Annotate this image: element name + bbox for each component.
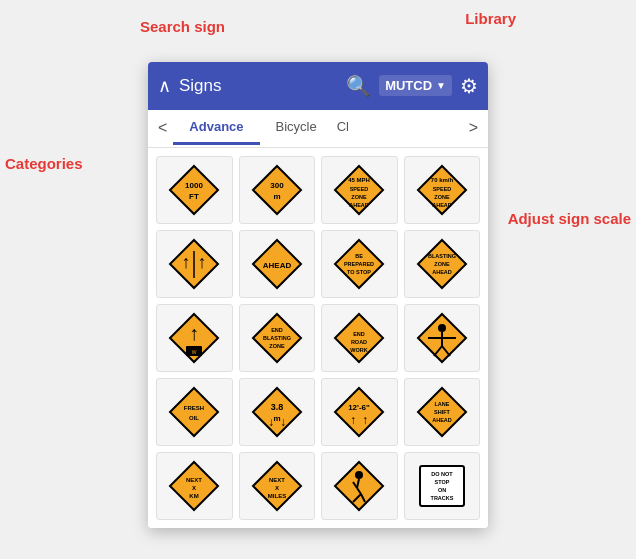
search-icon[interactable]: 🔍	[346, 74, 371, 98]
sign-svg-45mph: 45 MPH SPEED ZONE AHEAD	[331, 162, 387, 218]
annotation-adjust-scale: Adjust sign scale	[508, 210, 631, 227]
sign-1000ft[interactable]: 1000 FT	[156, 156, 233, 224]
svg-text:NEXT: NEXT	[269, 477, 285, 483]
svg-text:OIL: OIL	[189, 415, 199, 421]
sign-svg-next-x-miles: NEXT X MILES	[249, 458, 305, 514]
svg-text:SPEED: SPEED	[350, 186, 369, 192]
svg-text:ZONE: ZONE	[434, 194, 450, 200]
sign-pedestrian[interactable]	[321, 452, 398, 520]
sign-3-8m[interactable]: 3.8 m ↓ ↓	[239, 378, 316, 446]
sign-person-arms[interactable]	[404, 304, 481, 372]
signs-grid: 1000 FT 300 m 45 MPH SPEED ZONE AHEAD	[148, 148, 488, 528]
sign-svg-end-blasting: END BLASTING ZONE	[249, 310, 305, 366]
chevron-down-icon: ▼	[436, 80, 446, 91]
sign-next-x-miles[interactable]: NEXT X MILES	[239, 452, 316, 520]
sign-svg-arrow-worker: ↑ W	[166, 310, 222, 366]
svg-text:DO NOT: DO NOT	[431, 471, 453, 477]
tabs-row: < Advance Bicycle Cl >	[148, 110, 488, 148]
annotation-categories: Categories	[5, 155, 83, 172]
sign-svg-end-road-work: END ROAD WORK	[331, 310, 387, 366]
tab-next-button[interactable]: >	[463, 115, 484, 141]
sign-300m[interactable]: 300 m	[239, 156, 316, 224]
svg-text:PREPARED: PREPARED	[344, 261, 374, 267]
sign-arrow-up-worker[interactable]: ↑ W	[156, 304, 233, 372]
sign-svg-be-prepared: BE PREPARED TO STOP	[331, 236, 387, 292]
svg-marker-56	[335, 388, 383, 436]
svg-text:LANE: LANE	[434, 401, 449, 407]
sign-lane-shift[interactable]: LANE SHIFT AHEAD	[404, 378, 481, 446]
svg-text:TRACKS: TRACKS	[430, 495, 453, 501]
sign-svg-1000ft: 1000 FT	[166, 162, 222, 218]
tab-advance[interactable]: Advance	[173, 111, 259, 145]
sign-12ft6in[interactable]: 12'-6" ↑ ↑	[321, 378, 398, 446]
sign-svg-ahead: AHEAD	[249, 236, 305, 292]
sign-blasting-zone[interactable]: BLASTING ZONE AHEAD	[404, 230, 481, 298]
sign-end-blasting[interactable]: END BLASTING ZONE	[239, 304, 316, 372]
svg-text:SHIFT: SHIFT	[434, 409, 451, 415]
collapse-button[interactable]: ∧	[158, 75, 171, 97]
sign-45mph[interactable]: 45 MPH SPEED ZONE AHEAD	[321, 156, 398, 224]
svg-text:70 km/h: 70 km/h	[431, 177, 454, 183]
svg-text:X: X	[275, 485, 279, 491]
svg-text:TO STOP: TO STOP	[347, 269, 371, 275]
sign-be-prepared[interactable]: BE PREPARED TO STOP	[321, 230, 398, 298]
svg-text:END: END	[353, 331, 365, 337]
tab-bicycle[interactable]: Bicycle	[260, 111, 333, 145]
svg-text:STOP: STOP	[434, 479, 449, 485]
tab-more: Cl	[333, 111, 353, 145]
panel-header: ∧ Signs 🔍 MUTCD ▼ ⚙	[148, 62, 488, 110]
sign-svg-arrows-up: ↑ ↑	[166, 236, 222, 292]
sign-svg-fresh-oil: FRESH OIL	[166, 384, 222, 440]
sign-svg-person-arms	[414, 310, 470, 366]
annotation-search: Search sign	[140, 18, 225, 35]
svg-marker-3	[253, 166, 301, 214]
svg-text:BLASTING: BLASTING	[263, 335, 291, 341]
svg-text:↑: ↑	[362, 413, 368, 427]
svg-text:END: END	[271, 327, 283, 333]
sign-ahead[interactable]: AHEAD	[239, 230, 316, 298]
sign-70kmh[interactable]: 70 km/h SPEED ZONE AHEAD	[404, 156, 481, 224]
svg-text:↑: ↑	[198, 252, 207, 272]
svg-text:AHEAD: AHEAD	[432, 269, 452, 275]
sign-svg-next-x-km: NEXT X KM	[166, 458, 222, 514]
panel-title: Signs	[179, 76, 338, 96]
tabs-container: Advance Bicycle Cl	[173, 111, 462, 145]
gear-icon[interactable]: ⚙	[460, 74, 478, 98]
svg-marker-72	[335, 462, 383, 510]
svg-text:FT: FT	[189, 192, 199, 201]
sign-svg-70kmh: 70 km/h SPEED ZONE AHEAD	[414, 162, 470, 218]
svg-marker-48	[170, 388, 218, 436]
svg-text:NEXT: NEXT	[186, 477, 202, 483]
sign-svg-do-not-stop: DO NOT STOP ON TRACKS	[414, 458, 470, 514]
svg-marker-0	[170, 166, 218, 214]
library-label: MUTCD	[385, 78, 432, 93]
svg-text:W: W	[192, 349, 197, 355]
svg-text:BE: BE	[355, 253, 363, 259]
sign-do-not-stop[interactable]: DO NOT STOP ON TRACKS	[404, 452, 481, 520]
svg-text:↑: ↑	[350, 413, 356, 427]
svg-text:m: m	[273, 192, 280, 201]
svg-text:1000: 1000	[185, 181, 203, 190]
svg-text:MILES: MILES	[268, 493, 286, 499]
svg-text:3.8: 3.8	[270, 402, 283, 412]
library-dropdown[interactable]: MUTCD ▼	[379, 75, 452, 96]
svg-marker-51	[253, 388, 301, 436]
svg-point-43	[438, 324, 446, 332]
svg-text:ON: ON	[438, 487, 446, 493]
svg-text:300: 300	[270, 181, 284, 190]
svg-text:WORK: WORK	[351, 347, 368, 353]
sign-svg-12ft6in: 12'-6" ↑ ↑	[331, 384, 387, 440]
tab-prev-button[interactable]: <	[152, 115, 173, 141]
svg-text:ZONE: ZONE	[269, 343, 285, 349]
sign-next-x-km[interactable]: NEXT X KM	[156, 452, 233, 520]
sign-fresh-oil[interactable]: FRESH OIL	[156, 378, 233, 446]
svg-point-73	[355, 471, 363, 479]
sign-end-road-work[interactable]: END ROAD WORK	[321, 304, 398, 372]
svg-text:AHEAD: AHEAD	[263, 261, 292, 270]
svg-text:SPEED: SPEED	[432, 186, 451, 192]
svg-text:ZONE: ZONE	[434, 261, 450, 267]
svg-text:45 MPH: 45 MPH	[348, 177, 370, 183]
svg-text:AHEAD: AHEAD	[349, 202, 369, 208]
sign-svg-300m: 300 m	[249, 162, 305, 218]
sign-arrows-up[interactable]: ↑ ↑	[156, 230, 233, 298]
